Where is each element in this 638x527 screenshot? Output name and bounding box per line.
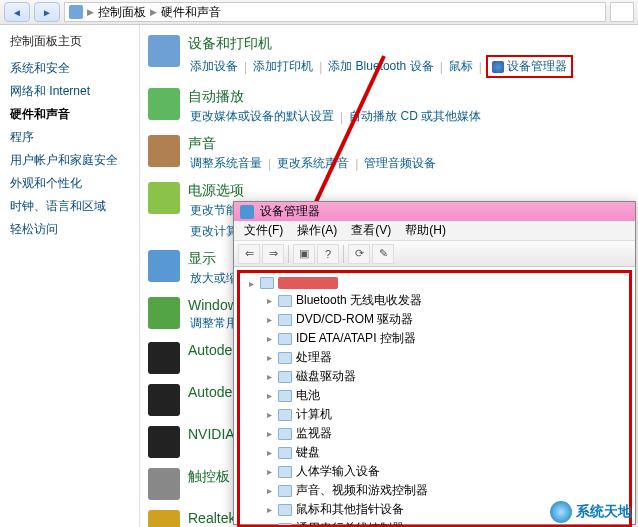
nav-forward-button[interactable]: ►: [34, 2, 60, 22]
device-tree-node[interactable]: ▸电池: [246, 386, 623, 405]
device-manager-icon: [492, 61, 504, 73]
device-tree-node[interactable]: ▸监视器: [246, 424, 623, 443]
menu-bar: 文件(F)操作(A)查看(V)帮助(H): [234, 221, 635, 241]
category-link[interactable]: 调整系统音量: [188, 155, 264, 172]
expand-icon[interactable]: ▸: [264, 504, 274, 515]
device-category-label: 处理器: [296, 349, 332, 366]
expand-icon[interactable]: ▸: [264, 409, 274, 420]
category-link[interactable]: 管理音频设备: [362, 155, 438, 172]
link-separator: |: [244, 60, 247, 74]
category-icon: [148, 297, 180, 329]
sidebar-item[interactable]: 网络和 Internet: [10, 83, 129, 100]
toolbar-scan-button[interactable]: ⟳: [348, 244, 370, 264]
category-link[interactable]: 添加设备: [188, 58, 240, 75]
expand-icon[interactable]: ▸: [264, 314, 274, 325]
chevron-right-icon: ▶: [150, 7, 157, 17]
category-link[interactable]: 自动播放 CD 或其他媒体: [347, 108, 483, 125]
category-link[interactable]: 更改系统声音: [275, 155, 351, 172]
device-category-icon: [278, 352, 292, 364]
device-tree-node[interactable]: ▸处理器: [246, 348, 623, 367]
device-tree-node[interactable]: ▸人体学输入设备: [246, 462, 623, 481]
watermark: 系统天地: [550, 501, 632, 523]
category-link[interactable]: 更改媒体或设备的默认设置: [188, 108, 336, 125]
expand-icon[interactable]: ▸: [264, 466, 274, 477]
category-icon: [148, 35, 180, 67]
toolbar-back-button[interactable]: ⇐: [238, 244, 260, 264]
toolbar-properties-button[interactable]: ✎: [372, 244, 394, 264]
expand-icon[interactable]: ▸: [264, 485, 274, 496]
toolbar-forward-button[interactable]: ⇒: [262, 244, 284, 264]
device-tree-node[interactable]: ▸DVD/CD-ROM 驱动器: [246, 310, 623, 329]
device-tree-node[interactable]: ▸计算机: [246, 405, 623, 424]
category-icon: [148, 182, 180, 214]
sidebar-item[interactable]: 系统和安全: [10, 60, 129, 77]
device-tree-node[interactable]: ▸Bluetooth 无线电收发器: [246, 291, 623, 310]
tree-root-node[interactable]: ▸: [246, 277, 623, 289]
device-manager-window: 设备管理器 文件(F)操作(A)查看(V)帮助(H) ⇐ ⇒ ▣ ? ⟳ ✎ ▸…: [233, 201, 636, 525]
toolbar-separator: [288, 245, 289, 263]
category-title[interactable]: 声音: [188, 135, 630, 153]
device-tree-node[interactable]: ▸磁盘驱动器: [246, 367, 623, 386]
device-tree-node[interactable]: ▸键盘: [246, 443, 623, 462]
toolbar-separator: [343, 245, 344, 263]
menu-item[interactable]: 查看(V): [345, 221, 397, 240]
toolbar-show-button[interactable]: ▣: [293, 244, 315, 264]
watermark-icon: [550, 501, 572, 523]
expand-icon[interactable]: ▸: [264, 523, 274, 527]
device-category-label: IDE ATA/ATAPI 控制器: [296, 330, 416, 347]
device-category-icon: [278, 333, 292, 345]
sidebar-item[interactable]: 时钟、语言和区域: [10, 198, 129, 215]
nav-back-button[interactable]: ◄: [4, 2, 30, 22]
device-category-icon: [278, 466, 292, 478]
device-category-label: 键盘: [296, 444, 320, 461]
category-icon: [148, 426, 180, 458]
category-link[interactable]: 鼠标: [447, 58, 475, 75]
link-separator: |: [355, 157, 358, 171]
expand-icon[interactable]: ▸: [264, 352, 274, 363]
toolbar-help-button[interactable]: ?: [317, 244, 339, 264]
toolbar: ⇐ ⇒ ▣ ? ⟳ ✎: [234, 241, 635, 267]
expand-icon[interactable]: ▸: [246, 278, 256, 289]
menu-item[interactable]: 文件(F): [238, 221, 289, 240]
device-tree-panel[interactable]: ▸ ▸Bluetooth 无线电收发器▸DVD/CD-ROM 驱动器▸IDE A…: [237, 270, 632, 527]
breadcrumb-seg-2[interactable]: 硬件和声音: [161, 4, 221, 21]
category-title[interactable]: 设备和打印机: [188, 35, 630, 53]
sidebar-item[interactable]: 程序: [10, 129, 129, 146]
category-section: 声音调整系统音量|更改系统声音|管理音频设备: [148, 135, 630, 172]
category-title[interactable]: 电源选项: [188, 182, 630, 200]
device-manager-link-highlighted[interactable]: 设备管理器: [486, 55, 573, 78]
expand-icon[interactable]: ▸: [264, 333, 274, 344]
expand-icon[interactable]: ▸: [264, 428, 274, 439]
expand-icon[interactable]: ▸: [264, 447, 274, 458]
category-icon: [148, 342, 180, 374]
expand-icon[interactable]: ▸: [264, 371, 274, 382]
device-category-label: 通用串行总线控制器: [296, 520, 404, 527]
device-tree-node[interactable]: ▸声音、视频和游戏控制器: [246, 481, 623, 500]
search-button[interactable]: [610, 2, 634, 22]
window-title: 设备管理器: [260, 203, 320, 220]
breadcrumb-seg-1[interactable]: 控制面板: [98, 4, 146, 21]
device-category-label: Bluetooth 无线电收发器: [296, 292, 422, 309]
sidebar: 控制面板主页 系统和安全网络和 Internet硬件和声音程序用户帐户和家庭安全…: [0, 25, 140, 527]
device-category-icon: [278, 504, 292, 516]
category-link[interactable]: 添加打印机: [251, 58, 315, 75]
category-icon: [148, 250, 180, 282]
menu-item[interactable]: 操作(A): [291, 221, 343, 240]
category-title[interactable]: 自动播放: [188, 88, 630, 106]
device-tree-node[interactable]: ▸IDE ATA/ATAPI 控制器: [246, 329, 623, 348]
sidebar-item[interactable]: 轻松访问: [10, 221, 129, 238]
category-icon: [148, 468, 180, 500]
device-category-icon: [278, 409, 292, 421]
category-icon: [148, 384, 180, 416]
menu-item[interactable]: 帮助(H): [399, 221, 452, 240]
device-category-icon: [278, 485, 292, 497]
window-titlebar[interactable]: 设备管理器: [234, 202, 635, 221]
expand-icon[interactable]: ▸: [264, 390, 274, 401]
breadcrumb[interactable]: ▶ 控制面板 ▶ 硬件和声音: [64, 2, 606, 22]
sidebar-title: 控制面板主页: [10, 33, 129, 50]
sidebar-item[interactable]: 硬件和声音: [10, 106, 129, 123]
expand-icon[interactable]: ▸: [264, 295, 274, 306]
device-category-icon: [278, 447, 292, 459]
sidebar-item[interactable]: 外观和个性化: [10, 175, 129, 192]
sidebar-item[interactable]: 用户帐户和家庭安全: [10, 152, 129, 169]
